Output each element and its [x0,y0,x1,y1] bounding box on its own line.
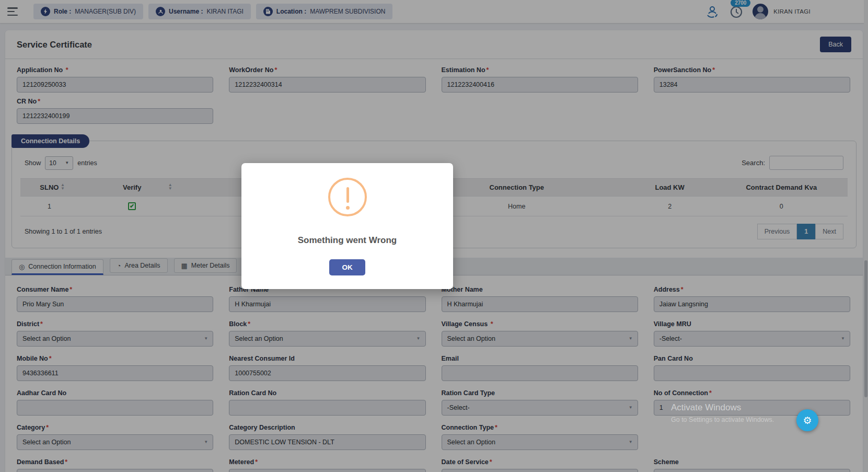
settings-fab-button[interactable]: ⚙ [796,409,818,431]
warning-icon [328,178,367,216]
activate-windows-watermark: Activate Windows Go to Settings to activ… [671,402,774,423]
service-certificate-page: Role : MANAGER(SUB DIV) Username : KIRAN… [0,0,868,472]
gear-icon: ⚙ [803,416,812,425]
watermark-title: Activate Windows [671,402,774,413]
modal-message: Something went Wrong [254,235,441,246]
watermark-subtitle: Go to Settings to activate Windows. [671,416,774,423]
ok-button[interactable]: OK [329,259,365,275]
error-modal: Something went Wrong OK [241,163,453,289]
